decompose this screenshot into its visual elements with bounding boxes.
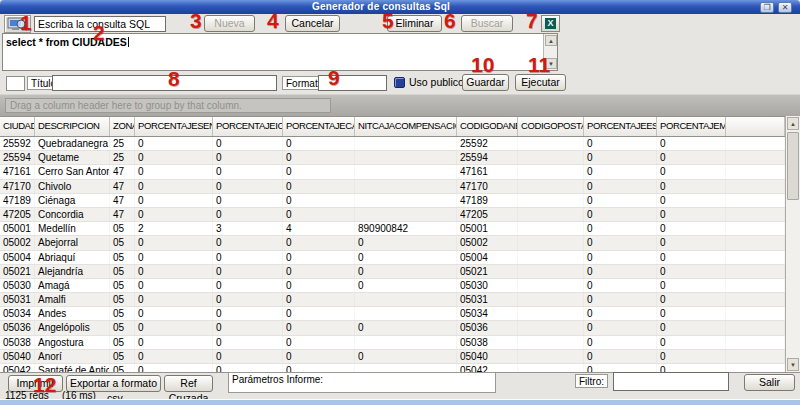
parametros-panel: Parámetros Informe: bbox=[228, 372, 496, 393]
column-header-porcentajecaja[interactable]: PORCENTAJECAJA bbox=[283, 117, 355, 136]
column-header-porcentajeicbf[interactable]: PORCENTAJEICBF bbox=[213, 117, 283, 136]
table-row[interactable]: 05036Angelópolis0500000503600 bbox=[0, 321, 785, 335]
grid-scrollbar[interactable]: ▲ ▼ bbox=[785, 116, 800, 372]
column-header-codigodane[interactable]: CODIGODANE bbox=[457, 117, 518, 136]
table-cell bbox=[355, 137, 457, 150]
column-header-porcentajesena[interactable]: PORCENTAJESENA bbox=[135, 117, 213, 136]
table-cell bbox=[726, 222, 785, 235]
annotation-number-8: 8 bbox=[168, 69, 180, 88]
table-cell bbox=[355, 151, 457, 164]
ref-cruzada-button[interactable]: Ref Cruzada bbox=[164, 375, 213, 392]
uso-publico-checkbox[interactable] bbox=[394, 77, 405, 88]
table-row[interactable]: 05030Amagá0500000503000 bbox=[0, 279, 785, 293]
ejecutar-button[interactable]: Ejecutar bbox=[515, 74, 566, 91]
table-cell: 0 bbox=[283, 151, 355, 164]
table-row[interactable]: 47189Ciénaga470004718900 bbox=[0, 194, 785, 208]
guardar-button[interactable]: Guardar bbox=[462, 74, 509, 91]
table-cell: 0 bbox=[283, 265, 355, 278]
table-cell: 0 bbox=[584, 293, 657, 306]
buscar-button[interactable]: Buscar bbox=[461, 15, 513, 32]
close-button[interactable]: ✕ bbox=[778, 2, 792, 13]
table-row[interactable]: 47205Concordia470004720500 bbox=[0, 208, 785, 222]
table-cell: 05002 bbox=[0, 236, 35, 249]
column-header-porcentajeesap[interactable]: PORCENTAJEESAP bbox=[584, 117, 657, 136]
title-bar: Generador de consultas Sql ❐ ✕ bbox=[0, 0, 800, 14]
table-row[interactable]: 05040Anorí0500000504000 bbox=[0, 350, 785, 364]
cancelar-button[interactable]: Cancelar bbox=[285, 15, 340, 32]
table-cell: 0 bbox=[283, 165, 355, 178]
table-row[interactable]: 05021Alejandría0500000502100 bbox=[0, 265, 785, 279]
table-row[interactable]: 05001Medellín052348909008420500100 bbox=[0, 222, 785, 236]
table-cell: 0 bbox=[355, 251, 457, 264]
table-cell: 0 bbox=[657, 236, 726, 249]
column-header-zona[interactable]: ZONA bbox=[110, 117, 135, 136]
table-cell: 0 bbox=[283, 208, 355, 221]
table-cell: 47 bbox=[110, 180, 135, 193]
table-row[interactable]: 05002Abejorral0500000500200 bbox=[0, 236, 785, 250]
table-cell: 47189 bbox=[0, 194, 35, 207]
scroll-up-icon[interactable]: ▲ bbox=[787, 117, 799, 130]
column-header-descripcion[interactable]: DESCRIPCION bbox=[35, 117, 110, 136]
column-header-nitcajacompensacion[interactable]: NITCAJACOMPENSACION bbox=[355, 117, 457, 136]
table-cell bbox=[726, 336, 785, 349]
table-cell: 05036 bbox=[0, 321, 35, 334]
scrollbar-thumb[interactable] bbox=[787, 132, 799, 200]
table-cell: 05001 bbox=[0, 222, 35, 235]
table-cell: 0 bbox=[213, 293, 283, 306]
table-cell: 0 bbox=[213, 279, 283, 292]
table-row[interactable]: 05042Santafé de Antio...050000504200 bbox=[0, 364, 785, 372]
table-cell: 05004 bbox=[457, 251, 518, 264]
table-row[interactable]: 25592Quebradanegra250002559200 bbox=[0, 137, 785, 151]
maximize-button[interactable]: ❐ bbox=[760, 2, 774, 13]
table-row[interactable]: 25594Quetame250002559400 bbox=[0, 151, 785, 165]
table-cell: 0 bbox=[213, 265, 283, 278]
scroll-down-icon[interactable]: ▼ bbox=[787, 358, 799, 371]
table-cell bbox=[518, 137, 584, 150]
column-header-ciudad[interactable]: CIUDAD bbox=[0, 117, 35, 136]
table-cell: 0 bbox=[135, 336, 213, 349]
column-header-porcentajemen[interactable]: PORCENTAJEMEN bbox=[657, 117, 726, 136]
table-cell: 05 bbox=[110, 236, 135, 249]
table-cell: 05 bbox=[110, 222, 135, 235]
table-cell bbox=[518, 194, 584, 207]
table-cell bbox=[518, 208, 584, 221]
table-cell: 0 bbox=[584, 265, 657, 278]
table-cell: 0 bbox=[135, 180, 213, 193]
filtro-input[interactable] bbox=[613, 372, 729, 391]
table-cell: 0 bbox=[213, 321, 283, 334]
nueva-button[interactable]: Nueva bbox=[204, 15, 255, 32]
table-cell: Angelópolis bbox=[35, 321, 110, 334]
table-cell: 0 bbox=[657, 265, 726, 278]
eliminar-button[interactable]: Eliminar bbox=[387, 15, 442, 32]
table-cell: 0 bbox=[135, 137, 213, 150]
table-cell: 0 bbox=[283, 279, 355, 292]
table-cell: 0 bbox=[584, 336, 657, 349]
table-cell: Amagá bbox=[35, 279, 110, 292]
column-header-empty[interactable] bbox=[726, 117, 785, 136]
table-row[interactable]: 05031Amalfi050000503100 bbox=[0, 293, 785, 307]
table-cell: Anorí bbox=[35, 350, 110, 363]
grid-rows: 25592Quebradanegra25000255920025594Queta… bbox=[0, 137, 785, 372]
table-row[interactable]: 05034Andes050000503400 bbox=[0, 307, 785, 321]
export-excel-button[interactable]: X bbox=[541, 15, 560, 32]
table-cell bbox=[518, 321, 584, 334]
column-header-codigopostal[interactable]: CODIGOPOSTAL bbox=[518, 117, 584, 136]
scroll-up-icon[interactable]: ▲ bbox=[545, 35, 557, 46]
table-cell bbox=[518, 307, 584, 320]
table-cell: 0 bbox=[355, 265, 457, 278]
table-row[interactable]: 47161Cerro San Antonio470004716100 bbox=[0, 165, 785, 179]
table-cell: 05031 bbox=[457, 293, 518, 306]
table-cell: 0 bbox=[213, 165, 283, 178]
table-cell: 0 bbox=[657, 293, 726, 306]
table-cell: 0 bbox=[283, 180, 355, 193]
titulo-input[interactable] bbox=[52, 75, 277, 91]
table-cell: 05 bbox=[110, 307, 135, 320]
table-cell: 0 bbox=[283, 251, 355, 264]
table-row[interactable]: 47170Chivolo470004717000 bbox=[0, 180, 785, 194]
salir-button[interactable]: Salir bbox=[744, 374, 795, 391]
table-cell: 0 bbox=[213, 336, 283, 349]
table-cell: 0 bbox=[584, 151, 657, 164]
table-row[interactable]: 05004Abriaquí0500000500400 bbox=[0, 251, 785, 265]
table-row[interactable]: 05038Angostura050000503800 bbox=[0, 336, 785, 350]
table-cell bbox=[518, 279, 584, 292]
